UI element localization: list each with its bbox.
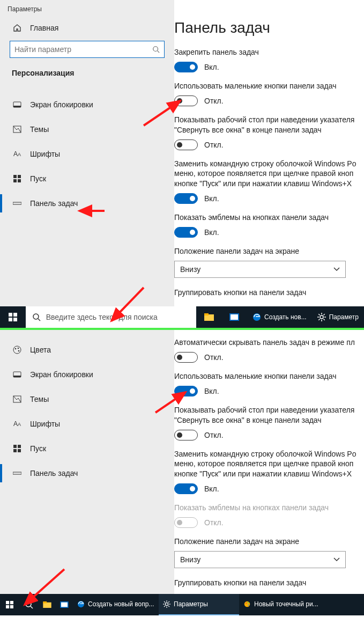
taskbar-explorer[interactable]	[196, 306, 222, 328]
taskbar-explorer[interactable]	[39, 594, 56, 615]
setting-label-lock-taskbar: Закрепить панель задач	[174, 47, 364, 57]
home-label: Главная	[30, 24, 58, 32]
toggle-lock-taskbar[interactable]	[174, 62, 198, 72]
svg-point-35	[18, 348, 19, 349]
taskbar-paint[interactable]: Новый точечный ри...	[239, 594, 325, 615]
taskbar: Введите здесь текст для поиска Создать н…	[0, 306, 364, 328]
svg-line-29	[323, 314, 324, 315]
svg-rect-47	[6, 605, 9, 608]
nav-label: Шрифты	[30, 420, 60, 428]
toggle-state: Вкл.	[204, 63, 219, 71]
taskbar-mail[interactable]	[221, 306, 247, 328]
taskbar-mail[interactable]	[56, 594, 73, 615]
svg-rect-9	[13, 202, 21, 204]
sidebar-item-taskbar[interactable]: Панель задач	[0, 191, 174, 216]
setting-label-small-buttons: Использовать маленькие кнопки панели зад…	[174, 371, 364, 381]
start-button[interactable]	[0, 594, 19, 615]
taskbar-icon	[12, 201, 23, 206]
start-button[interactable]	[0, 306, 26, 328]
setting-label-small-buttons: Использовать маленькие кнопки панели зад…	[174, 81, 364, 91]
toggle-state: Вкл.	[204, 228, 219, 237]
nav-label: Экран блокировки	[30, 370, 93, 379]
nav-label: Панель задач	[30, 199, 78, 208]
themes-icon	[12, 395, 23, 403]
nav-label: Экран блокировки	[30, 100, 93, 109]
taskbar-settings[interactable]: Параметры	[159, 594, 239, 615]
chevron-down-icon	[333, 557, 340, 562]
svg-rect-17	[204, 313, 209, 315]
nav-label: Шрифты	[30, 150, 60, 158]
svg-line-61	[164, 601, 165, 603]
taskbar: Создать новый вопр... Параметры Новый то…	[0, 594, 364, 615]
taskbar-settings[interactable]: Параметр	[312, 306, 364, 328]
toggle-peek[interactable]	[174, 139, 198, 150]
toggle-powershell[interactable]	[174, 193, 198, 204]
toggle-state: Вкл.	[204, 194, 219, 203]
dropdown-position[interactable]: Внизу	[174, 261, 346, 278]
sidebar-item-themes[interactable]: Темы	[0, 117, 174, 142]
taskbar-search-icon[interactable]	[19, 594, 39, 615]
svg-rect-7	[13, 179, 17, 182]
taskbar-edge[interactable]: Создать новый вопр...	[73, 594, 159, 615]
svg-rect-10	[9, 313, 12, 317]
sidebar-item-themes[interactable]: Темы	[0, 387, 174, 412]
svg-rect-19	[231, 314, 238, 320]
toggle-small-buttons[interactable]	[174, 386, 198, 396]
nav-label: Пуск	[30, 174, 46, 183]
toggle-auto-hide[interactable]	[174, 352, 198, 363]
toggle-badges-disabled	[174, 517, 198, 528]
toggle-state: Откл.	[204, 353, 224, 362]
svg-rect-38	[13, 376, 21, 377]
svg-rect-44	[13, 472, 21, 474]
settings-content: Автоматически скрывать панель задач в ре…	[174, 330, 364, 615]
svg-point-33	[13, 346, 21, 354]
nav-label: Пуск	[30, 444, 46, 453]
svg-rect-42	[13, 449, 17, 452]
search-input[interactable]	[10, 41, 165, 58]
taskbar-search-placeholder: Введите здесь текст для поиска	[46, 313, 158, 321]
chevron-down-icon	[333, 267, 340, 271]
svg-rect-5	[13, 175, 17, 178]
toggle-state: Откл.	[204, 141, 224, 149]
toggle-badges[interactable]	[174, 227, 198, 238]
sidebar-item-colors[interactable]: Цвета	[0, 337, 174, 362]
sidebar-item-start[interactable]: Пуск	[0, 166, 174, 191]
sidebar-item-lock-screen[interactable]: Экран блокировки	[0, 362, 174, 387]
svg-point-68	[248, 605, 249, 606]
toggle-small-buttons[interactable]	[174, 96, 198, 106]
sidebar-item-lock-screen[interactable]: Экран блокировки	[0, 92, 174, 117]
fonts-icon: AA	[12, 150, 23, 158]
svg-point-56	[165, 603, 168, 605]
setting-label-position: Положение панели задач на экране	[174, 537, 364, 547]
dropdown-value: Внизу	[180, 555, 200, 564]
svg-rect-52	[43, 601, 47, 603]
home-icon	[12, 24, 23, 32]
toggle-powershell[interactable]	[174, 483, 198, 494]
home-nav[interactable]: Главная	[0, 19, 174, 36]
sidebar-item-fonts[interactable]: AA Шрифты	[0, 142, 174, 166]
dropdown-value: Внизу	[180, 265, 200, 274]
setting-label-position: Положение панели задач на экране	[174, 246, 364, 256]
sidebar-item-taskbar[interactable]: Панель задач	[0, 461, 174, 486]
svg-line-27	[323, 319, 324, 320]
toggle-peek[interactable]	[174, 430, 198, 440]
svg-point-66	[246, 603, 247, 604]
setting-label-peek: Показывать рабочий стол при наведении ук…	[174, 405, 364, 425]
svg-line-64	[168, 601, 169, 603]
taskbar-paint-label: Новый точечный ри...	[254, 600, 318, 608]
page-title: Панель задач	[174, 19, 364, 47]
taskbar-edge[interactable]: Создать нов...	[247, 306, 312, 328]
taskbar-settings-label: Параметры	[174, 600, 208, 608]
settings-sidebar: Цвета Экран блокировки Темы AA Шрифты Пу…	[0, 330, 174, 615]
svg-rect-46	[10, 601, 13, 604]
dropdown-position[interactable]: Внизу	[174, 551, 346, 568]
taskbar-icon	[12, 471, 23, 476]
taskbar-search-box[interactable]: Введите здесь текст для поиска	[26, 306, 196, 328]
toggle-state: Откл.	[204, 518, 224, 527]
sidebar-item-start[interactable]: Пуск	[0, 436, 174, 461]
setting-label-auto-hide: Автоматически скрывать панель задач в ре…	[174, 337, 364, 348]
sidebar-item-fonts[interactable]: AA Шрифты	[0, 412, 174, 436]
svg-line-28	[318, 319, 320, 320]
search-field[interactable]	[14, 45, 152, 54]
themes-icon	[12, 126, 23, 133]
